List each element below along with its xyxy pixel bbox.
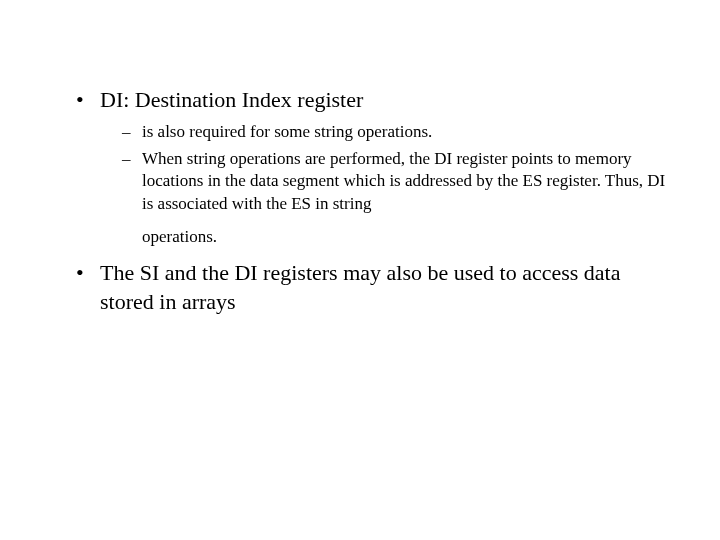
bullet-text: The SI and the DI registers may also be … (100, 260, 621, 314)
bullet-list-level2: is also required for some string operati… (100, 121, 670, 250)
list-item: is also required for some string operati… (122, 121, 670, 144)
list-item: The SI and the DI registers may also be … (70, 259, 670, 316)
bullet-text: is also required for some string operati… (142, 122, 432, 141)
slide: DI: Destination Index register is also r… (0, 0, 720, 540)
bullet-text: DI: Destination Index register (100, 87, 363, 112)
bullet-text-trailing: operations. (142, 226, 670, 249)
bullet-list-level1: DI: Destination Index register is also r… (0, 86, 720, 316)
list-item: DI: Destination Index register is also r… (70, 86, 670, 249)
bullet-text: When string operations are performed, th… (142, 149, 665, 214)
list-item: When string operations are performed, th… (122, 148, 670, 250)
